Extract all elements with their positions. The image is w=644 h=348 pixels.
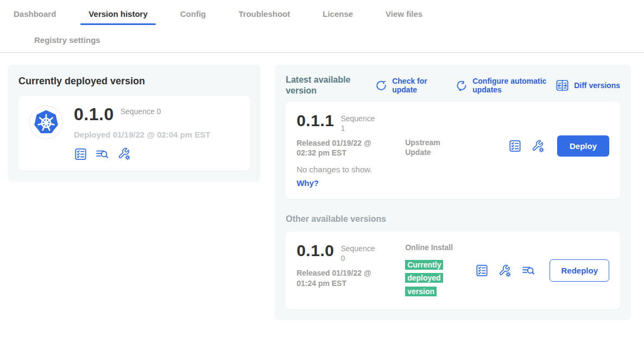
tab-license[interactable]: License [314,0,361,28]
currently-deployed-title: Currently deployed version [18,76,250,87]
deployed-version-row: 0.1.0 Sequence 0 Deployed 01/19/22 @ 02:… [18,96,250,171]
tab-version-history[interactable]: Version history [80,0,155,28]
deployed-version-details: 0.1.0 Sequence 0 Deployed 01/19/22 @ 02:… [74,105,210,161]
nav-row-primary: Dashboard Version history Config Trouble… [0,0,644,28]
status-badge-wrap: Currently deployed version [405,258,450,299]
latest-version-details: 0.1.1 Sequence 1 Released 01/19/22 @ 02:… [296,113,405,188]
main-nav: Dashboard Version history Config Trouble… [0,0,644,53]
config-wrench-icon[interactable] [531,139,545,153]
app-avatar [29,105,63,139]
configure-automatic-updates-label: Configure automatic updates [472,77,555,94]
sequence-label: Sequence 1 [340,113,380,133]
diff-icon [555,79,570,92]
latest-version-actions: Deploy [508,135,609,157]
deploy-logs-icon[interactable] [95,147,110,161]
check-for-update-link[interactable]: Check for update [375,77,432,94]
other-version-card: 0.1.0 Sequence 0 Released 01/19/22 @ 01:… [286,232,620,309]
configure-automatic-updates-link[interactable]: Configure automatic updates [455,77,555,94]
tab-troubleshoot[interactable]: Troubleshoot [230,0,298,28]
config-wrench-icon[interactable] [498,264,512,278]
available-versions-panel: Latest available version Check for updat… [275,65,631,320]
version-row: 0.1.1 Sequence 1 [296,113,405,133]
version-row: 0.1.0 Sequence 0 [296,243,405,263]
source-label: Upstream Update [405,138,453,157]
preflight-checks-icon[interactable] [475,264,489,277]
check-for-update-label: Check for update [392,77,432,94]
auto-update-clock-icon [455,79,468,92]
other-version-details: 0.1.0 Sequence 0 Released 01/19/22 @ 01:… [296,243,405,299]
other-available-versions-title: Other available versions [286,214,620,224]
sequence-label: Sequence 0 [340,243,380,263]
diff-versions-link[interactable]: Diff versions [555,79,620,92]
tab-registry-settings[interactable]: Registry settings [26,35,109,45]
redeploy-button[interactable]: Redeploy [550,259,609,282]
refresh-icon [375,79,388,92]
version-row: 0.1.0 Sequence 0 [74,105,210,123]
deploy-button[interactable]: Deploy [557,135,609,157]
deploy-logs-icon[interactable] [521,264,536,277]
kubernetes-logo-icon [33,109,59,135]
tab-view-files[interactable]: View files [377,0,431,28]
released-timestamp: Released 01/19/22 @ 01:24 pm EST [296,268,390,288]
currently-deployed-card: Currently deployed version 0.1.0 Sequenc… [8,65,261,182]
diff-versions-label: Diff versions [574,81,620,90]
no-changes-text: No changes to show. [296,165,405,174]
tab-config[interactable]: Config [172,0,214,28]
why-link[interactable]: Why? [296,178,319,188]
version-number: 0.1.0 [296,243,334,259]
latest-version-card: 0.1.1 Sequence 1 Released 01/19/22 @ 02:… [286,102,620,199]
panel-header: Latest available version Check for updat… [286,74,620,96]
content-area: Currently deployed version 0.1.0 Sequenc… [0,53,644,320]
latest-version-source: Upstream Update [405,113,508,188]
preflight-checks-icon[interactable] [508,139,522,153]
panel-header-links: Check for update Configure automatic upd… [375,77,620,94]
tab-dashboard[interactable]: Dashboard [5,0,64,28]
deployed-timestamp: Deployed 01/19/22 @ 02:04 pm EST [74,130,210,139]
nav-row-secondary: Registry settings [0,28,644,52]
source-label: Online Install [405,243,453,252]
sequence-label: Sequence 0 [121,105,161,117]
config-wrench-icon[interactable] [117,147,131,161]
preflight-checks-icon[interactable] [74,147,87,161]
released-timestamp: Released 01/19/22 @ 02:32 pm EST [296,138,390,158]
deployed-action-icons [74,147,210,161]
latest-available-title: Latest available version [286,74,361,96]
other-version-source: Online Install Currently deployed versio… [405,243,475,299]
version-number: 0.1.0 [74,105,114,123]
version-number: 0.1.1 [296,113,334,129]
currently-deployed-badge: Currently deployed version [405,260,443,297]
other-version-actions: Redeploy [475,259,609,282]
